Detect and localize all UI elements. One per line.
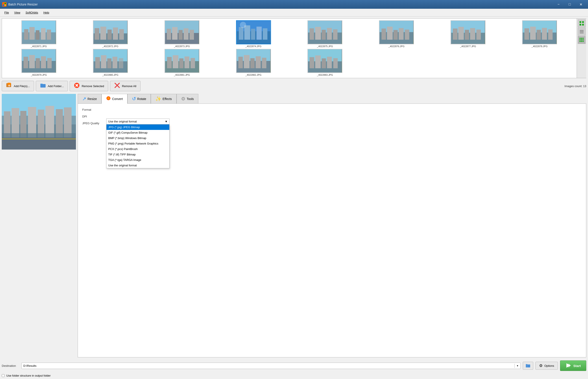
tab-tools[interactable]: ⚙ Tools <box>177 94 198 103</box>
svg-rect-60 <box>548 30 553 40</box>
format-option-png[interactable]: PNG (*.png) Portable Network Graphics <box>106 141 169 146</box>
format-option-tga[interactable]: TGA (*.tga) TARGA Image <box>106 157 169 163</box>
svg-rect-24 <box>189 30 194 40</box>
view-list-btn[interactable] <box>578 28 586 36</box>
list-item[interactable]: _4022877.JPG <box>433 20 503 47</box>
start-label: Start <box>573 364 581 368</box>
list-item[interactable]: _4022872.JPG <box>75 20 146 47</box>
convert-icon <box>106 96 111 102</box>
thumbnail-img <box>307 20 342 44</box>
remove-selected-icon <box>74 82 80 90</box>
list-item[interactable]: _4022879.JPG <box>4 49 74 76</box>
view-grid-btn[interactable] <box>578 36 586 44</box>
svg-rect-59 <box>542 28 547 40</box>
tab-rotate[interactable]: ↺ Rotate <box>127 94 151 103</box>
svg-rect-13 <box>95 28 99 40</box>
svg-rect-103 <box>579 38 581 39</box>
list-item[interactable]: _4022875.JPG <box>290 20 360 47</box>
svg-rect-111 <box>583 41 584 42</box>
minimize-button[interactable]: − <box>554 1 564 8</box>
svg-rect-66 <box>41 56 46 68</box>
svg-rect-27 <box>239 27 243 40</box>
thumbnail-img <box>236 49 271 73</box>
remove-all-button[interactable]: Remove All <box>110 81 140 91</box>
svg-rect-26 <box>237 31 270 44</box>
list-item[interactable]: _4022874.JPG <box>218 20 289 47</box>
format-option-bmp[interactable]: BMP (*.bmp) Windows Bitmap <box>106 135 169 141</box>
remove-all-label: Remove All <box>122 84 136 88</box>
format-selected-value: Use the original format <box>108 120 137 123</box>
remove-selected-button[interactable]: Remove Selected <box>70 81 108 91</box>
svg-rect-104 <box>581 38 582 39</box>
folder-browse-button[interactable] <box>523 362 533 370</box>
start-icon <box>566 363 572 369</box>
svg-rect-38 <box>327 28 332 40</box>
svg-rect-42 <box>382 29 386 40</box>
start-button[interactable]: Start <box>560 361 586 371</box>
destination-input-wrapper: ▼ <box>21 363 521 369</box>
list-item[interactable]: _4022871.JPG <box>4 20 74 47</box>
menu-file[interactable]: File <box>2 10 12 15</box>
format-dropdown-header[interactable]: Use the original format ▼ <box>106 119 169 125</box>
menu-view[interactable]: View <box>12 10 23 15</box>
add-files-button[interactable]: Add File(s)... <box>2 81 34 91</box>
add-folder-icon <box>40 82 46 90</box>
list-item[interactable]: _4022876.JPG <box>361 20 432 47</box>
thumbnail-label: _4022871.JPG <box>31 45 47 47</box>
thumbnail-label: _4022874.JPG <box>245 45 261 47</box>
format-option-pcx[interactable]: PCX (*.pcx) PaintBrush <box>106 146 169 152</box>
destination-dropdown-btn[interactable]: ▼ <box>514 364 520 368</box>
destination-input[interactable] <box>22 363 514 369</box>
svg-rect-64 <box>29 55 35 68</box>
format-option-jpg[interactable]: JPG (*.jpg) JPEG Bitmap <box>106 125 169 130</box>
gallery-panel: _4022871.JPG _4022872.JPG _4022873.JPG _… <box>2 18 586 78</box>
svg-rect-2 <box>3 5 4 6</box>
svg-rect-129 <box>45 106 54 138</box>
svg-rect-25 <box>237 21 270 44</box>
menu-softorbits[interactable]: SoftOrbits <box>23 10 41 15</box>
thumbnail-label: _4022877.JPG <box>460 45 476 47</box>
list-item[interactable]: _4022881.JPG <box>147 49 217 76</box>
svg-rect-46 <box>405 30 409 40</box>
dropdown-arrow-icon: ▼ <box>165 120 167 123</box>
thumbnail-label: _4022882.JPG <box>245 74 261 76</box>
thumbnail-label: _4022881.JPG <box>174 74 190 76</box>
add-folder-button[interactable]: Add Folder... <box>36 81 68 91</box>
thumbnail-label: _4022878.JPG <box>531 45 547 47</box>
list-item[interactable]: _4022878.JPG <box>504 20 575 47</box>
maximize-button[interactable]: □ <box>565 1 575 8</box>
thumbnail-label: _4022873.JPG <box>174 45 190 47</box>
tab-convert[interactable]: Convert <box>102 94 127 104</box>
svg-rect-37 <box>322 30 326 40</box>
svg-rect-35 <box>310 28 314 40</box>
svg-rect-133 <box>2 139 76 139</box>
svg-point-32 <box>240 22 246 28</box>
thumbnail-label: _4022883.JPG <box>317 74 333 76</box>
list-item[interactable]: _4022883.JPG <box>290 49 360 76</box>
preview-panel <box>2 94 76 357</box>
options-button[interactable]: ⚙ Options <box>535 362 558 370</box>
format-option-gif[interactable]: GIF (*.gif) CompuServe Bitmap <box>106 130 169 135</box>
thumbnail-img <box>165 49 199 73</box>
list-item[interactable]: _4022880.JPG <box>75 49 146 76</box>
svg-rect-56 <box>525 28 529 40</box>
tab-effects[interactable]: ✨ Effects <box>151 94 177 103</box>
tab-resize[interactable]: ↗ Resize <box>78 94 102 103</box>
checkbox-row: Use folder structure in output folder <box>2 374 586 377</box>
format-option-original[interactable]: Use the original format <box>106 163 169 168</box>
thumbnail-img <box>307 49 342 73</box>
thumbnail-img-selected <box>236 20 271 44</box>
list-item[interactable]: _4022873.JPG <box>147 20 217 47</box>
menu-help[interactable]: Help <box>41 10 52 15</box>
thumbnail-label: _4022872.JPG <box>102 45 118 47</box>
thumbnail-img <box>522 20 557 44</box>
close-button[interactable]: ✕ <box>576 1 586 8</box>
svg-rect-79 <box>179 58 183 68</box>
folder-structure-checkbox[interactable] <box>2 374 5 377</box>
view-icon-btn[interactable] <box>578 19 586 27</box>
tab-effects-label: Effects <box>163 97 172 101</box>
app-title: Batch Picture Resizer <box>8 3 552 6</box>
list-item[interactable]: _4022882.JPG <box>218 49 289 76</box>
format-option-tif[interactable]: TIF (*.tif) TIFF Bitmap <box>106 152 169 157</box>
dpi-label: DPI <box>82 115 106 118</box>
